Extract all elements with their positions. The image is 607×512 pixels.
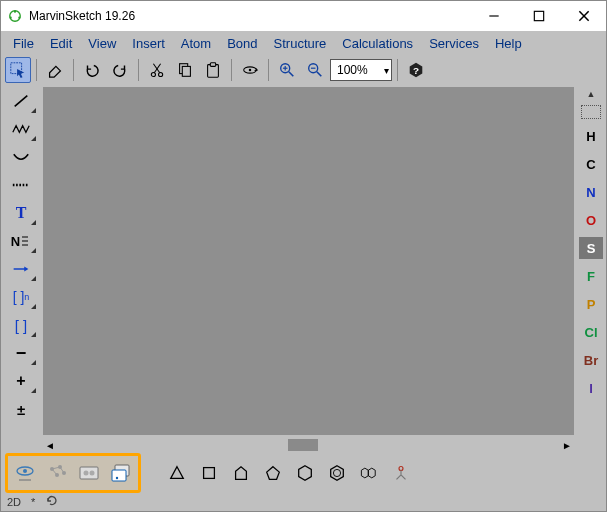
minimize-button[interactable] (471, 1, 516, 31)
view-mode-1-button[interactable] (10, 458, 40, 488)
arc-tool[interactable] (6, 145, 36, 169)
charge-plus-tool[interactable]: + (6, 369, 36, 393)
separator (73, 59, 74, 81)
scroll-up-icon[interactable]: ▲ (587, 89, 596, 99)
h-scrollbar[interactable]: ◄ ► (41, 437, 576, 453)
svg-marker-58 (368, 468, 375, 478)
status-refresh-icon[interactable] (45, 494, 59, 510)
menu-bond[interactable]: Bond (219, 34, 265, 53)
menu-structure[interactable]: Structure (266, 34, 335, 53)
help-button[interactable]: ? (403, 57, 429, 83)
undo-button[interactable] (79, 57, 105, 83)
pentagon-house-template[interactable] (227, 459, 255, 487)
copy-button[interactable] (172, 57, 198, 83)
charge-plusminus-tool[interactable]: ± (6, 397, 36, 421)
benzene-template[interactable] (323, 459, 351, 487)
element-P[interactable]: P (579, 293, 603, 315)
paste-button[interactable] (200, 57, 226, 83)
element-F[interactable]: F (579, 265, 603, 287)
chevron-down-icon: ▾ (378, 65, 389, 76)
svg-line-20 (289, 72, 294, 77)
svg-marker-54 (299, 466, 312, 480)
close-button[interactable] (561, 1, 606, 31)
menu-insert[interactable]: Insert (124, 34, 173, 53)
element-Br[interactable]: Br (579, 349, 603, 371)
selection-tool-button[interactable] (5, 57, 31, 83)
status-marker: * (31, 496, 35, 508)
separator (138, 59, 139, 81)
svg-line-43 (52, 469, 57, 475)
menu-view[interactable]: View (80, 34, 124, 53)
hexagon-template[interactable] (291, 459, 319, 487)
svg-line-28 (15, 96, 28, 107)
group-template[interactable] (387, 459, 415, 487)
right-toolbar: ▲ HCNOSFPClBrI (576, 85, 606, 453)
toolbar-top: 100% ▾ ? (1, 55, 606, 85)
svg-text:?: ? (413, 65, 419, 76)
svg-point-46 (90, 471, 95, 476)
bracket-tool[interactable]: [ ] (6, 313, 36, 337)
expand-icon (31, 136, 36, 141)
zoom-out-button[interactable] (302, 57, 328, 83)
element-Cl[interactable]: Cl (579, 321, 603, 343)
arrow-tool[interactable] (6, 257, 36, 281)
erase-tool-button[interactable] (42, 57, 68, 83)
text-tool[interactable]: T (6, 201, 36, 225)
svg-point-10 (159, 72, 163, 76)
name-tool[interactable]: N (6, 229, 36, 253)
expand-icon (31, 332, 36, 337)
svg-rect-48 (112, 470, 126, 481)
svg-marker-50 (171, 467, 184, 479)
canvas[interactable] (43, 87, 574, 435)
menu-edit[interactable]: Edit (42, 34, 80, 53)
toolbar-bottom (1, 453, 606, 493)
scroll-left-icon[interactable]: ◄ (43, 440, 57, 451)
chain-tool[interactable] (6, 117, 36, 141)
charge-minus-tool[interactable]: − (6, 341, 36, 365)
svg-point-59 (399, 467, 403, 471)
element-H[interactable]: H (579, 125, 603, 147)
redo-button[interactable] (107, 57, 133, 83)
svg-line-61 (397, 475, 402, 480)
scroll-right-icon[interactable]: ► (560, 440, 574, 451)
dashed-bond-tool[interactable] (6, 173, 36, 197)
triangle-template[interactable] (163, 459, 191, 487)
periodic-table-button[interactable] (581, 105, 601, 119)
maximize-button[interactable] (516, 1, 561, 31)
zoom-in-button[interactable] (274, 57, 300, 83)
menu-help[interactable]: Help (487, 34, 530, 53)
menu-calculations[interactable]: Calculations (334, 34, 421, 53)
expand-icon (31, 360, 36, 365)
status-mode: 2D (7, 496, 21, 508)
menu-atom[interactable]: Atom (173, 34, 219, 53)
scroll-track[interactable] (57, 441, 560, 449)
element-N[interactable]: N (579, 181, 603, 203)
bond-tool[interactable] (6, 89, 36, 113)
menu-file[interactable]: File (5, 34, 42, 53)
view-mode-2-button[interactable] (42, 458, 72, 488)
element-C[interactable]: C (579, 153, 603, 175)
display-mode-group (5, 453, 141, 493)
rotate-3d-button[interactable] (237, 57, 263, 83)
element-I[interactable]: I (579, 377, 603, 399)
view-mode-3-button[interactable] (74, 458, 104, 488)
view-mode-4-button[interactable] (106, 458, 136, 488)
zoom-select[interactable]: 100% ▾ (330, 59, 392, 81)
app-window: MarvinSketch 19.26 File Edit View Insert… (0, 0, 607, 512)
svg-marker-55 (331, 466, 344, 480)
element-S[interactable]: S (579, 237, 603, 259)
app-title: MarvinSketch 19.26 (29, 9, 135, 23)
svg-line-42 (60, 467, 64, 473)
cut-button[interactable] (144, 57, 170, 83)
svg-marker-52 (236, 467, 247, 480)
pentagon-template[interactable] (259, 459, 287, 487)
svg-marker-53 (267, 467, 280, 480)
scroll-thumb[interactable] (288, 439, 318, 451)
naphthalene-template[interactable] (355, 459, 383, 487)
element-O[interactable]: O (579, 209, 603, 231)
square-template[interactable] (195, 459, 223, 487)
svg-marker-57 (361, 468, 368, 478)
menu-services[interactable]: Services (421, 34, 487, 53)
bracket-n-tool[interactable]: [ ]n (6, 285, 36, 309)
svg-rect-5 (534, 11, 543, 20)
